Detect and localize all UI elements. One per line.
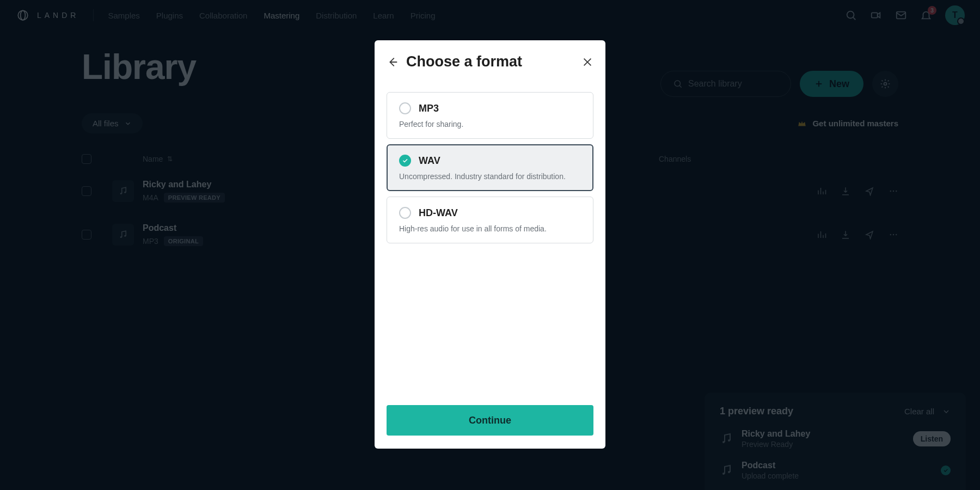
modal-title: Choose a format [406, 53, 574, 70]
choose-format-modal: Choose a format MP3 Perfect for sharing.… [375, 40, 605, 449]
back-icon[interactable] [387, 56, 399, 68]
format-desc: High-res audio for use in all forms of m… [399, 224, 581, 233]
format-option-wav[interactable]: WAV Uncompressed. Industry standard for … [387, 144, 593, 191]
radio-unchecked-icon [399, 102, 411, 114]
format-list: MP3 Perfect for sharing. WAV Uncompresse… [387, 92, 593, 243]
format-option-mp3[interactable]: MP3 Perfect for sharing. [387, 92, 593, 139]
format-option-hdwav[interactable]: HD-WAV High-res audio for use in all for… [387, 197, 593, 243]
format-title: MP3 [419, 103, 439, 114]
close-icon[interactable] [581, 56, 593, 68]
modal-overlay[interactable]: Choose a format MP3 Perfect for sharing.… [0, 0, 980, 490]
format-title: WAV [419, 155, 440, 167]
format-title: HD-WAV [419, 207, 458, 219]
radio-checked-icon [399, 155, 411, 167]
radio-unchecked-icon [399, 207, 411, 219]
format-desc: Uncompressed. Industry standard for dist… [399, 172, 581, 181]
format-desc: Perfect for sharing. [399, 120, 581, 128]
continue-button[interactable]: Continue [387, 405, 593, 436]
continue-label: Continue [469, 415, 511, 426]
